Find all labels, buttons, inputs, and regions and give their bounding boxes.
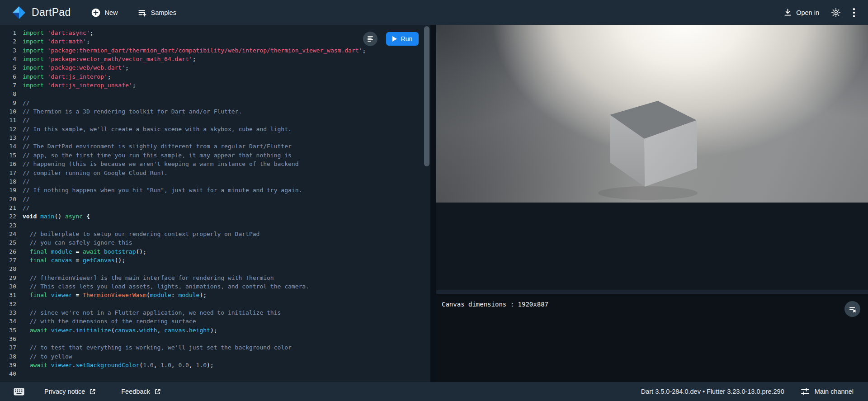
- code-line[interactable]: 36: [0, 335, 430, 343]
- code-line[interactable]: 5import 'package:web/web.dart';: [0, 63, 430, 72]
- line-content: //: [16, 133, 30, 142]
- code-line[interactable]: 19// If nothing happens when you hit "Ru…: [0, 186, 430, 194]
- clear-console-button[interactable]: [844, 301, 860, 317]
- code-line[interactable]: 32: [0, 300, 430, 308]
- code-line[interactable]: 21//: [0, 203, 430, 212]
- frame-letterbox: [436, 203, 868, 290]
- code-line[interactable]: 8: [0, 90, 430, 98]
- output-panel: Canvas dimensions : 868x401: [436, 25, 868, 382]
- code-line[interactable]: 7import 'dart:js_interop_unsafe';: [0, 81, 430, 90]
- code-line[interactable]: 17// compiler running on Google Cloud Ru…: [0, 169, 430, 177]
- panel-splitter[interactable]: [430, 25, 436, 382]
- overflow-menu-button[interactable]: [853, 8, 855, 18]
- line-content: import 'package:thermion_dart/thermion_d…: [16, 46, 366, 55]
- code-lines: 1import 'dart:async';2import 'dart:math'…: [0, 28, 430, 378]
- code-line[interactable]: 34 // with the dimensions of the renderi…: [0, 317, 430, 326]
- console-output: Canvas dimensions : 868x401: [442, 301, 548, 308]
- line-number: 19: [0, 186, 16, 194]
- code-line[interactable]: 12// In this sample, we'll create a basi…: [0, 125, 430, 133]
- editor-scrollbar[interactable]: [424, 26, 429, 166]
- line-number: 4: [0, 55, 16, 63]
- line-content: import 'package:web/web.dart';: [16, 63, 129, 72]
- code-line[interactable]: 4import 'package:vector_math/vector_math…: [0, 55, 430, 63]
- code-line[interactable]: 23: [0, 221, 430, 230]
- line-content: //: [16, 195, 30, 203]
- run-button[interactable]: Run: [386, 32, 419, 46]
- code-line[interactable]: 3import 'package:thermion_dart/thermion_…: [0, 46, 430, 55]
- code-line[interactable]: 31 final viewer = ThermionViewerWasm(mod…: [0, 291, 430, 299]
- line-number: 38: [0, 352, 16, 361]
- code-line[interactable]: 11//: [0, 116, 430, 124]
- line-number: 18: [0, 177, 16, 186]
- code-line[interactable]: 6import 'dart:js_interop';: [0, 72, 430, 81]
- code-line[interactable]: 38 // to yellow: [0, 352, 430, 361]
- line-content: final viewer = ThermionViewerWasm(module…: [16, 291, 207, 299]
- format-button[interactable]: [363, 32, 377, 46]
- line-number: 33: [0, 308, 16, 317]
- brand[interactable]: DartPad: [12, 5, 71, 20]
- line-number: 29: [0, 274, 16, 282]
- code-line[interactable]: 16// happening (this is because we aren'…: [0, 160, 430, 168]
- theme-toggle-button[interactable]: [831, 8, 841, 18]
- line-number: 37: [0, 343, 16, 352]
- line-content: import 'dart:async';: [16, 28, 94, 37]
- code-line[interactable]: 14// The DartPad environment is slightly…: [0, 142, 430, 151]
- open-in-button[interactable]: Open in: [783, 8, 819, 17]
- samples-button[interactable]: Samples: [138, 8, 176, 17]
- privacy-notice-link[interactable]: Privacy notice: [44, 388, 96, 395]
- code-line[interactable]: 29 // [ThermionViewer] is the main inter…: [0, 274, 430, 282]
- line-number: 21: [0, 203, 16, 212]
- editor-actions: Run: [363, 32, 419, 46]
- line-number: 1: [0, 28, 16, 37]
- line-number: 3: [0, 46, 16, 55]
- footer-right: Dart 3.5.0-284.0.dev • Flutter 3.23.0-13…: [641, 387, 854, 396]
- line-number: 32: [0, 300, 16, 308]
- code-line[interactable]: 15// app, so the first time you run this…: [0, 151, 430, 160]
- line-content: //: [16, 99, 30, 107]
- line-number: 5: [0, 63, 16, 72]
- code-line[interactable]: 28: [0, 264, 430, 273]
- line-number: 12: [0, 125, 16, 133]
- code-line[interactable]: 30 // This class lets you load assets, l…: [0, 282, 430, 291]
- line-content: // This class lets you load assets, ligh…: [16, 282, 309, 291]
- code-line[interactable]: 33 // since we're not in a Flutter appli…: [0, 308, 430, 317]
- brightness-icon: [831, 8, 841, 18]
- code-line[interactable]: 26 final module = await bootstrap();: [0, 247, 430, 256]
- code-line[interactable]: 18//: [0, 177, 430, 186]
- code-line[interactable]: 10// Thermion is a 3D rendering toolkit …: [0, 107, 430, 116]
- render-canvas[interactable]: [436, 25, 868, 203]
- line-number: 17: [0, 169, 16, 177]
- line-content: // since we're not in a Flutter applicat…: [16, 308, 281, 317]
- code-line[interactable]: 13//: [0, 133, 430, 142]
- line-content: //: [16, 116, 30, 124]
- code-line[interactable]: 20//: [0, 195, 430, 203]
- code-line[interactable]: 39 await viewer.setBackgroundColor(1.0, …: [0, 361, 430, 369]
- app-title: DartPad: [32, 6, 71, 19]
- console-splitter[interactable]: [436, 290, 868, 294]
- code-line[interactable]: 35 await viewer.initialize(canvas.width,…: [0, 326, 430, 335]
- code-line[interactable]: 22void main() async {: [0, 212, 430, 221]
- line-content: void main() async {: [16, 212, 90, 221]
- code-line[interactable]: 24 // boilerplate to setup our rendering…: [0, 230, 430, 238]
- code-line[interactable]: 27 final canvas = getCanvas();: [0, 256, 430, 264]
- status-bar: Privacy notice Feedback: [0, 382, 868, 401]
- code-line[interactable]: 37 // to test that everything is working…: [0, 343, 430, 352]
- line-content: final canvas = getCanvas();: [16, 256, 125, 264]
- feedback-link[interactable]: Feedback: [121, 388, 161, 395]
- header-nav: New Samples: [91, 8, 176, 17]
- line-number: 24: [0, 230, 16, 238]
- code-line[interactable]: 25 // you can safely ignore this: [0, 238, 430, 247]
- code-line[interactable]: 40: [0, 369, 430, 378]
- play-icon: [392, 36, 397, 42]
- open-in-label: Open in: [796, 9, 819, 16]
- new-button[interactable]: New: [91, 8, 118, 17]
- footer-left: Privacy notice Feedback: [0, 388, 161, 396]
- code-editor[interactable]: 1import 'dart:async';2import 'dart:math'…: [0, 25, 430, 382]
- channel-selector[interactable]: Main channel: [801, 387, 854, 396]
- code-line[interactable]: 9//: [0, 99, 430, 107]
- line-number: 28: [0, 264, 16, 273]
- run-button-label: Run: [401, 35, 413, 42]
- line-content: // compiler running on Google Cloud Run)…: [16, 169, 168, 177]
- keyboard-shortcuts-button[interactable]: [14, 388, 24, 396]
- line-number: 27: [0, 256, 16, 264]
